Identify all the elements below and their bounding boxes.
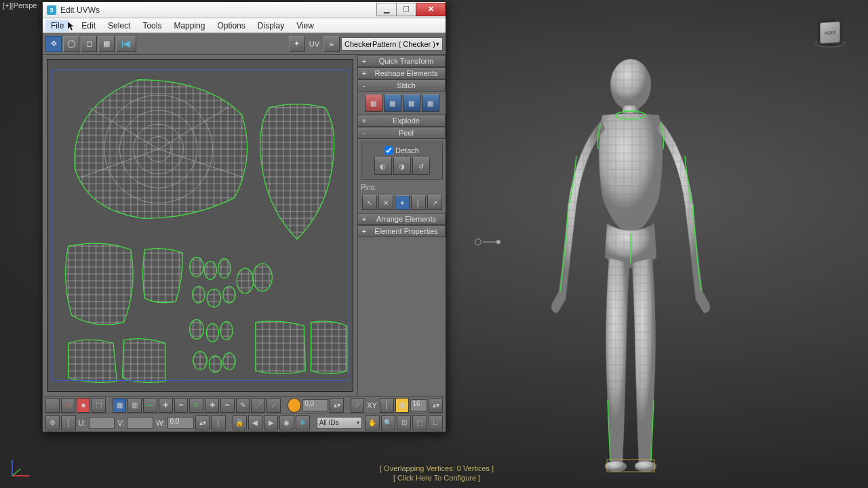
menu-display[interactable]: Display: [252, 20, 290, 32]
lock-icon[interactable]: 🔒: [233, 415, 247, 430]
minimize-button[interactable]: [376, 3, 397, 16]
rollout-stitch[interactable]: -Stitch: [358, 79, 446, 92]
soft-sel[interactable]: ▦: [113, 398, 127, 413]
spinner2-icon[interactable]: ▴▾: [429, 398, 443, 413]
texture-list-icon[interactable]: ≡: [323, 36, 340, 52]
brush3-icon[interactable]: ⟋: [267, 398, 281, 413]
rollout-quick-transform[interactable]: +Quick Transform: [358, 55, 446, 67]
xy-label: XY: [366, 401, 378, 409]
stitch-btn-2[interactable]: ▦: [384, 94, 401, 112]
peel-btn-1[interactable]: ◐: [374, 157, 392, 175]
peel-reset[interactable]: ↺: [412, 157, 430, 175]
axis-lock-icon[interactable]: │: [380, 398, 394, 413]
freeform-tool[interactable]: ▦: [98, 36, 115, 52]
svg-point-28: [220, 322, 233, 340]
viewport-label[interactable]: [+][Perspe: [3, 1, 37, 9]
menu-options[interactable]: Options: [212, 20, 250, 32]
stitch-btn-1[interactable]: ▦: [365, 94, 382, 112]
uv-canvas[interactable]: [47, 59, 353, 392]
scale-tool[interactable]: ◻: [81, 36, 97, 52]
zoom-extents-icon[interactable]: ⬚: [412, 415, 427, 430]
matid-select[interactable]: All IDs: [317, 417, 363, 429]
cursor-icon: [68, 22, 75, 30]
menu-file[interactable]: File: [45, 20, 69, 32]
peel-btn-2[interactable]: ◑: [393, 157, 411, 175]
sel-element[interactable]: ⬚: [92, 398, 106, 413]
svg-point-27: [206, 324, 218, 342]
zoom-region-icon[interactable]: ⊡: [397, 415, 411, 430]
sel-vertex[interactable]: ∴: [45, 398, 60, 413]
maximize-button[interactable]: [396, 3, 416, 16]
uvw-editor-window: 3 Edit UVWs File Edit Select Tools Mappi…: [42, 1, 446, 432]
pin-btn-3[interactable]: ✦: [395, 195, 410, 210]
light-icon[interactable]: ◉: [279, 415, 294, 430]
rollout-peel[interactable]: -Peel: [358, 127, 446, 139]
pin-btn-2[interactable]: ✕: [378, 195, 393, 210]
falloff-input[interactable]: 0,0: [302, 399, 328, 411]
axis-gizmo[interactable]: [7, 455, 33, 481]
detach-checkbox[interactable]: Detach: [364, 146, 439, 155]
ring-shrink[interactable]: ━: [220, 398, 235, 413]
abs-toggle[interactable]: │: [61, 415, 75, 430]
v-input[interactable]: [127, 417, 153, 429]
viewcube-ring[interactable]: [815, 39, 845, 47]
menu-mapping[interactable]: Mapping: [168, 20, 210, 32]
grid-snap-icon[interactable]: ▦: [395, 398, 410, 413]
stitch-btn-4[interactable]: ▦: [422, 94, 439, 112]
svg-point-21: [193, 287, 205, 304]
options-gear-icon[interactable]: ⚙: [45, 415, 60, 430]
svg-point-19: [204, 262, 216, 280]
rollout-arrange[interactable]: +Arrange Elements: [358, 213, 446, 225]
u-input[interactable]: [89, 417, 115, 429]
ring-sel[interactable]: ≡: [189, 398, 203, 413]
paint-sel[interactable]: ▥: [127, 398, 142, 413]
rollout-elem-props[interactable]: +Element Properties: [358, 225, 446, 237]
titlebar[interactable]: 3 Edit UVWs: [43, 2, 446, 18]
rollout-reshape[interactable]: +Reshape Elements: [358, 67, 446, 79]
filter2-icon[interactable]: ▶: [264, 415, 278, 430]
nav-slider[interactable]: [475, 237, 500, 247]
svg-point-30: [209, 356, 221, 373]
brush-icon[interactable]: ✎: [236, 398, 250, 413]
snowflake-icon[interactable]: ❄: [296, 415, 310, 430]
brush2-icon[interactable]: ⋰: [251, 398, 265, 413]
options-icon[interactable]: ✦: [289, 36, 305, 52]
menu-tools[interactable]: Tools: [137, 20, 167, 32]
menu-edit[interactable]: Edit: [76, 20, 101, 32]
lock-sep: │: [211, 415, 225, 430]
pin-btn-1[interactable]: ↖: [362, 195, 377, 210]
menubar: File Edit Select Tools Mapping Options D…: [43, 18, 446, 33]
svg-point-29: [193, 352, 207, 370]
status-overlapping[interactable]: [ Overlapping Vertices: 0 Vertices ]: [380, 464, 494, 473]
snap-icon[interactable]: ∟: [429, 415, 443, 430]
pin-btn-4[interactable]: │: [411, 195, 426, 210]
mirror-tool[interactable]: |◀|: [116, 36, 136, 52]
menu-view[interactable]: View: [291, 20, 319, 32]
svg-point-31: [223, 353, 235, 370]
status-messages[interactable]: [ Overlapping Vertices: 0 Vertices ] [ C…: [380, 464, 494, 483]
sel-poly[interactable]: ■: [77, 398, 91, 413]
mirror-h-icon[interactable]: ⟋: [351, 398, 365, 413]
rotate-tool[interactable]: ◯: [63, 36, 79, 52]
spinner3-icon[interactable]: ▴▾: [195, 415, 210, 430]
menu-select[interactable]: Select: [102, 20, 136, 32]
pan-icon[interactable]: ✋: [365, 415, 379, 430]
pin-btn-5[interactable]: ↗: [427, 195, 442, 210]
grow-sel[interactable]: —: [143, 398, 157, 413]
move-tool[interactable]: ✥: [45, 36, 62, 52]
status-configure[interactable]: [ Click Here To Configure ]: [380, 473, 494, 483]
close-button[interactable]: [416, 3, 446, 16]
loop-sel[interactable]: ━: [174, 398, 189, 413]
shrink-sel[interactable]: ✚: [159, 398, 173, 413]
zoom-icon[interactable]: 🔍: [381, 415, 395, 430]
rollout-explode[interactable]: +Explode: [358, 115, 446, 127]
falloff-icon[interactable]: [288, 398, 302, 413]
sel-edge[interactable]: ◁: [61, 398, 75, 413]
map-channel-select[interactable]: CheckerPattern ( Checker ): [341, 37, 443, 51]
w-input[interactable]: 0,0: [167, 417, 194, 429]
spinner-icon[interactable]: ▴▾: [330, 398, 344, 413]
ring-grow[interactable]: ✚: [205, 398, 219, 413]
stitch-btn-3[interactable]: ▦: [403, 94, 420, 112]
grid-value[interactable]: 16: [410, 399, 427, 411]
filter1-icon[interactable]: ◀: [248, 415, 262, 430]
